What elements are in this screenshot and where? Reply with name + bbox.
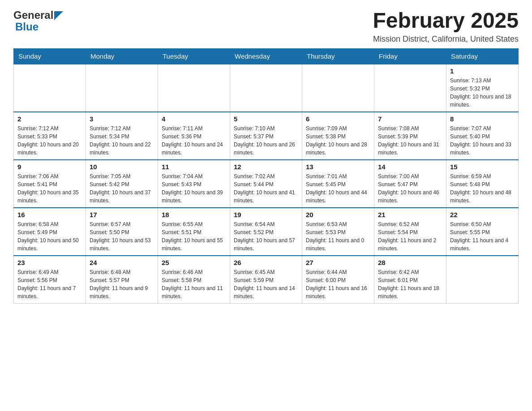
- day-info: Sunrise: 7:05 AMSunset: 5:42 PMDaylight:…: [90, 172, 154, 205]
- day-number: 7: [378, 115, 442, 123]
- calendar-week-row: 2Sunrise: 7:12 AMSunset: 5:33 PMDaylight…: [14, 112, 519, 160]
- calendar-cell: 3Sunrise: 7:12 AMSunset: 5:34 PMDaylight…: [86, 112, 158, 160]
- page-header: General Blue February 2025 Mission Distr…: [13, 9, 519, 44]
- calendar-cell: 24Sunrise: 6:48 AMSunset: 5:57 PMDayligh…: [86, 256, 158, 304]
- calendar-cell: [86, 64, 158, 112]
- day-number: 5: [234, 115, 298, 123]
- day-info: Sunrise: 6:55 AMSunset: 5:51 PMDaylight:…: [162, 220, 226, 253]
- day-info: Sunrise: 7:02 AMSunset: 5:44 PMDaylight:…: [234, 172, 298, 205]
- day-info: Sunrise: 7:10 AMSunset: 5:37 PMDaylight:…: [234, 124, 298, 157]
- calendar-cell: 23Sunrise: 6:49 AMSunset: 5:56 PMDayligh…: [14, 256, 86, 304]
- day-info: Sunrise: 7:07 AMSunset: 5:40 PMDaylight:…: [450, 124, 515, 157]
- day-info: Sunrise: 7:12 AMSunset: 5:33 PMDaylight:…: [17, 124, 82, 157]
- calendar-cell: 2Sunrise: 7:12 AMSunset: 5:33 PMDaylight…: [14, 112, 86, 160]
- day-number: 24: [90, 259, 154, 266]
- day-info: Sunrise: 6:52 AMSunset: 5:54 PMDaylight:…: [378, 220, 442, 253]
- calendar-cell: 21Sunrise: 6:52 AMSunset: 5:54 PMDayligh…: [374, 208, 446, 256]
- day-info: Sunrise: 7:11 AMSunset: 5:36 PMDaylight:…: [162, 124, 226, 157]
- logo-blue-text: Blue: [15, 21, 39, 33]
- day-info: Sunrise: 6:48 AMSunset: 5:57 PMDaylight:…: [90, 268, 154, 300]
- day-info: Sunrise: 6:57 AMSunset: 5:50 PMDaylight:…: [90, 220, 154, 253]
- calendar-day-header: Saturday: [446, 48, 519, 64]
- calendar-cell: 7Sunrise: 7:08 AMSunset: 5:39 PMDaylight…: [374, 112, 446, 160]
- day-info: Sunrise: 6:58 AMSunset: 5:49 PMDaylight:…: [17, 220, 82, 253]
- day-number: 1: [450, 67, 515, 75]
- day-number: 25: [162, 259, 226, 266]
- day-number: 14: [378, 163, 442, 171]
- calendar-cell: [14, 64, 86, 112]
- day-number: 10: [90, 163, 154, 171]
- day-info: Sunrise: 6:59 AMSunset: 5:48 PMDaylight:…: [450, 172, 515, 205]
- logo-triangle-icon: [54, 11, 63, 20]
- calendar-week-row: 16Sunrise: 6:58 AMSunset: 5:49 PMDayligh…: [14, 208, 519, 256]
- calendar-cell: 26Sunrise: 6:45 AMSunset: 5:59 PMDayligh…: [230, 256, 302, 304]
- day-info: Sunrise: 6:42 AMSunset: 6:01 PMDaylight:…: [378, 268, 442, 300]
- calendar-cell: [230, 64, 302, 112]
- day-info: Sunrise: 6:54 AMSunset: 5:52 PMDaylight:…: [234, 220, 298, 253]
- calendar-week-row: 23Sunrise: 6:49 AMSunset: 5:56 PMDayligh…: [14, 256, 519, 304]
- calendar-day-header: Friday: [374, 48, 446, 64]
- logo: General Blue: [13, 9, 63, 33]
- day-info: Sunrise: 7:12 AMSunset: 5:34 PMDaylight:…: [90, 124, 154, 157]
- day-info: Sunrise: 6:50 AMSunset: 5:55 PMDaylight:…: [450, 220, 515, 253]
- day-number: 19: [234, 211, 298, 218]
- title-section: February 2025 Mission District, Californ…: [373, 9, 519, 44]
- calendar-cell: [158, 64, 230, 112]
- day-info: Sunrise: 6:45 AMSunset: 5:59 PMDaylight:…: [234, 268, 298, 300]
- day-number: 20: [306, 211, 370, 218]
- calendar-cell: 18Sunrise: 6:55 AMSunset: 5:51 PMDayligh…: [158, 208, 230, 256]
- day-info: Sunrise: 7:13 AMSunset: 5:32 PMDaylight:…: [450, 77, 515, 109]
- day-number: 6: [306, 115, 370, 123]
- day-number: 16: [17, 211, 82, 218]
- day-number: 3: [90, 115, 154, 123]
- calendar-cell: [446, 256, 519, 304]
- day-number: 9: [17, 163, 82, 171]
- day-number: 12: [234, 163, 298, 171]
- day-number: 8: [450, 115, 515, 123]
- day-info: Sunrise: 6:44 AMSunset: 6:00 PMDaylight:…: [306, 268, 370, 300]
- calendar-cell: 4Sunrise: 7:11 AMSunset: 5:36 PMDaylight…: [158, 112, 230, 160]
- main-title: February 2025: [373, 9, 519, 33]
- calendar-cell: 5Sunrise: 7:10 AMSunset: 5:37 PMDaylight…: [230, 112, 302, 160]
- calendar-cell: [374, 64, 446, 112]
- calendar-cell: 25Sunrise: 6:46 AMSunset: 5:58 PMDayligh…: [158, 256, 230, 304]
- day-number: 21: [378, 211, 442, 218]
- calendar-cell: 1Sunrise: 7:13 AMSunset: 5:32 PMDaylight…: [446, 64, 519, 112]
- calendar-day-header: Tuesday: [158, 48, 230, 64]
- day-number: 18: [162, 211, 226, 218]
- calendar-cell: 13Sunrise: 7:01 AMSunset: 5:45 PMDayligh…: [302, 160, 374, 208]
- day-info: Sunrise: 7:00 AMSunset: 5:47 PMDaylight:…: [378, 172, 442, 205]
- calendar-cell: 28Sunrise: 6:42 AMSunset: 6:01 PMDayligh…: [374, 256, 446, 304]
- svg-marker-0: [54, 11, 63, 20]
- calendar-day-header: Thursday: [302, 48, 374, 64]
- day-number: 28: [378, 259, 442, 266]
- day-number: 27: [306, 259, 370, 266]
- calendar-week-row: 1Sunrise: 7:13 AMSunset: 5:32 PMDaylight…: [14, 64, 519, 112]
- calendar-week-row: 9Sunrise: 7:06 AMSunset: 5:41 PMDaylight…: [14, 160, 519, 208]
- calendar-cell: 15Sunrise: 6:59 AMSunset: 5:48 PMDayligh…: [446, 160, 519, 208]
- calendar-cell: [302, 64, 374, 112]
- calendar-cell: 6Sunrise: 7:09 AMSunset: 5:38 PMDaylight…: [302, 112, 374, 160]
- day-info: Sunrise: 7:04 AMSunset: 5:43 PMDaylight:…: [162, 172, 226, 205]
- day-number: 4: [162, 115, 226, 123]
- calendar-cell: 17Sunrise: 6:57 AMSunset: 5:50 PMDayligh…: [86, 208, 158, 256]
- day-info: Sunrise: 6:53 AMSunset: 5:53 PMDaylight:…: [306, 220, 370, 253]
- day-info: Sunrise: 6:49 AMSunset: 5:56 PMDaylight:…: [17, 268, 82, 300]
- logo-general-text: General: [13, 9, 53, 21]
- day-number: 22: [450, 211, 515, 218]
- calendar-day-header: Sunday: [14, 48, 86, 64]
- day-number: 15: [450, 163, 515, 171]
- calendar-header-row: SundayMondayTuesdayWednesdayThursdayFrid…: [14, 48, 519, 64]
- day-info: Sunrise: 7:06 AMSunset: 5:41 PMDaylight:…: [17, 172, 82, 205]
- calendar-cell: 8Sunrise: 7:07 AMSunset: 5:40 PMDaylight…: [446, 112, 519, 160]
- calendar-cell: 16Sunrise: 6:58 AMSunset: 5:49 PMDayligh…: [14, 208, 86, 256]
- calendar-table: SundayMondayTuesdayWednesdayThursdayFrid…: [13, 48, 519, 304]
- calendar-cell: 19Sunrise: 6:54 AMSunset: 5:52 PMDayligh…: [230, 208, 302, 256]
- calendar-cell: 22Sunrise: 6:50 AMSunset: 5:55 PMDayligh…: [446, 208, 519, 256]
- calendar-day-header: Wednesday: [230, 48, 302, 64]
- calendar-cell: 14Sunrise: 7:00 AMSunset: 5:47 PMDayligh…: [374, 160, 446, 208]
- day-number: 11: [162, 163, 226, 171]
- day-info: Sunrise: 7:08 AMSunset: 5:39 PMDaylight:…: [378, 124, 442, 157]
- day-info: Sunrise: 7:01 AMSunset: 5:45 PMDaylight:…: [306, 172, 370, 205]
- calendar-cell: 11Sunrise: 7:04 AMSunset: 5:43 PMDayligh…: [158, 160, 230, 208]
